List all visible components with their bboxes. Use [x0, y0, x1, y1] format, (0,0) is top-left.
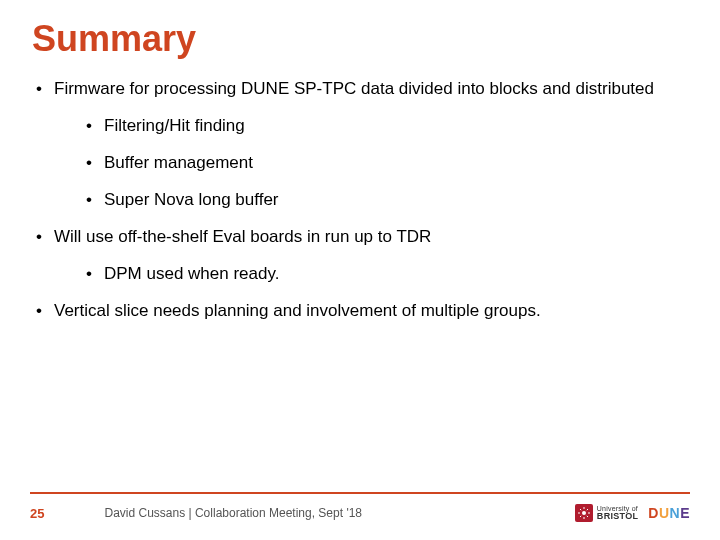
bullet-text: Vertical slice needs planning and involv… [54, 301, 541, 320]
footer-row: 25 David Cussans | Collaboration Meeting… [30, 504, 690, 522]
sub-list: Filtering/Hit finding Buffer management … [54, 115, 680, 212]
bullet-text: Super Nova long buffer [104, 190, 279, 209]
svg-line-8 [587, 509, 588, 510]
list-item: Vertical slice needs planning and involv… [36, 300, 680, 323]
bristol-text: University of BRISTOL [597, 505, 638, 521]
bullet-text: Filtering/Hit finding [104, 116, 245, 135]
sub-list: DPM used when ready. [54, 263, 680, 286]
dune-logo: DUNE [648, 505, 690, 521]
dune-letter-d: D [648, 505, 659, 521]
bullet-list: Firmware for processing DUNE SP-TPC data… [30, 78, 690, 323]
footer-logos: University of BRISTOL DUNE [575, 504, 690, 522]
list-item: DPM used when ready. [86, 263, 680, 286]
bristol-line2: BRISTOL [597, 512, 638, 521]
bullet-text: Firmware for processing DUNE SP-TPC data… [54, 79, 654, 98]
page-number: 25 [30, 506, 44, 521]
list-item: Buffer management [86, 152, 680, 175]
bullet-text: DPM used when ready. [104, 264, 279, 283]
bristol-logo: University of BRISTOL [575, 504, 638, 522]
list-item: Firmware for processing DUNE SP-TPC data… [36, 78, 680, 212]
slide: Summary Firmware for processing DUNE SP-… [0, 0, 720, 540]
bristol-crest-icon [575, 504, 593, 522]
svg-line-5 [580, 509, 581, 510]
footer-left: 25 David Cussans | Collaboration Meeting… [30, 506, 362, 521]
footer-rule [30, 492, 690, 494]
bullet-text: Buffer management [104, 153, 253, 172]
footer-text: David Cussans | Collaboration Meeting, S… [104, 506, 362, 520]
list-item: Super Nova long buffer [86, 189, 680, 212]
footer: 25 David Cussans | Collaboration Meeting… [30, 492, 690, 522]
svg-point-0 [582, 511, 586, 515]
dune-letter-n: N [670, 505, 681, 521]
sun-icon [578, 507, 590, 519]
slide-title: Summary [32, 18, 690, 60]
dune-letter-u: U [659, 505, 670, 521]
svg-line-6 [587, 516, 588, 517]
list-item: Filtering/Hit finding [86, 115, 680, 138]
dune-letter-e: E [680, 505, 690, 521]
svg-line-7 [580, 516, 581, 517]
list-item: Will use off-the-shelf Eval boards in ru… [36, 226, 680, 286]
bullet-text: Will use off-the-shelf Eval boards in ru… [54, 227, 431, 246]
